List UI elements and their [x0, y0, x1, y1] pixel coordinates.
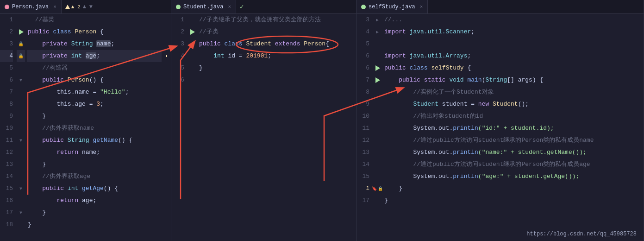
ln-3: 3 — [0, 38, 13, 50]
student-code-lines: 1 2 3 4 5 6 — [171, 14, 356, 241]
student-run-icon[interactable] — [189, 29, 195, 35]
watermark: https://blog.csdn.net/qq_45985728 — [526, 231, 637, 237]
ln-11: 11 — [0, 134, 13, 146]
gc-1 — [17, 14, 25, 26]
selfstudy-tab-bar: selfStudy.java × — [356, 0, 644, 14]
sscl-4: import java.util.Scanner; — [383, 26, 644, 38]
gc-8 — [17, 98, 25, 110]
fold-icon-11: ▼ — [19, 138, 22, 143]
svg-marker-1 — [190, 29, 195, 35]
run-icon[interactable] — [18, 29, 24, 35]
cl-18: } — [27, 219, 162, 231]
fold-icon-s4: ▶ — [376, 29, 379, 35]
gc-9 — [17, 110, 25, 122]
nav-up[interactable]: ▲ — [82, 4, 87, 10]
person-file-icon — [5, 5, 9, 9]
ssgc-17 — [373, 195, 381, 207]
bookmark-icon: 🔖 — [372, 186, 377, 191]
cls-person: Person — [75, 28, 96, 35]
scl-2: //子类 — [198, 26, 356, 38]
ssln-14: 14 — [356, 159, 369, 171]
student-file-icon — [176, 5, 181, 9]
ssgc-5 — [373, 38, 381, 50]
person-tab-close[interactable]: × — [53, 4, 56, 10]
panel-person: Person.java × ▲ 2 ▲ ▼ 1 2 3 4 — [0, 0, 171, 241]
sscl-6b: public class selfStudy { — [383, 62, 644, 74]
sln-5: 5 — [171, 62, 184, 74]
ssln-8: 8 — [356, 86, 369, 98]
scroll-marker — [166, 55, 167, 57]
sscl-16: } — [383, 183, 644, 195]
scl-3: public class Student extends Person{ — [198, 38, 356, 50]
ss-run-icon[interactable] — [374, 65, 381, 71]
warning-count: ▲ 2 — [71, 4, 81, 10]
fold-icon-15: ▼ — [19, 186, 22, 191]
person-code-content: //基类 public class Person { private Strin… — [25, 14, 162, 241]
ssgc-10 — [373, 110, 381, 122]
ssgc-16: 🔖 🔒 — [373, 183, 381, 195]
sscl-5 — [383, 38, 644, 50]
student-tab[interactable]: Student.java × — [171, 0, 236, 13]
cl-17: } — [27, 207, 162, 219]
student-tab-bar: Student.java × ✓ — [171, 0, 356, 14]
panel-student: Student.java × ✓ 1 2 3 4 5 6 — [171, 0, 356, 241]
person-tab-label: Person.java — [12, 4, 49, 10]
person-gutter: 🔒 🔒 ▼ ▼ ▼ ▼ — [17, 14, 25, 241]
cl-13: } — [27, 159, 162, 171]
person-tab-bar: Person.java × ▲ 2 ▲ ▼ — [0, 0, 171, 14]
ssln-3: 3 — [356, 14, 369, 26]
selfstudy-line-numbers: 3 4 5 6 6 7 8 9 10 11 12 13 14 15 — [356, 14, 373, 241]
sgc-2[interactable] — [188, 26, 196, 38]
ln-18: 18 — [0, 219, 13, 231]
fold-icon-17: ▼ — [19, 210, 22, 216]
sgc-6 — [188, 74, 196, 86]
person-scrollgutter — [162, 14, 171, 241]
nav-down[interactable]: ▼ — [88, 4, 94, 10]
sscl-15: System.out.println("age:" + student.getA… — [383, 171, 644, 183]
gc-2[interactable] — [17, 26, 25, 38]
student-tab-close[interactable]: × — [228, 4, 231, 10]
ssgc-6b[interactable] — [373, 62, 381, 74]
student-gutter — [188, 14, 196, 241]
person-code-lines: 1 2 3 4 5 6 7 8 9 10 11 12 13 14 — [0, 14, 171, 241]
ssgc-14 — [373, 159, 381, 171]
person-tab[interactable]: Person.java × — [0, 0, 62, 13]
ss-run-icon2[interactable] — [374, 77, 381, 83]
cl-5: //构造器 — [27, 62, 162, 74]
panels-row: Person.java × ▲ 2 ▲ ▼ 1 2 3 4 — [0, 0, 644, 241]
gc-15: ▼ — [17, 183, 25, 195]
ssln-11: 11 — [356, 122, 369, 134]
gc-4: 🔒 — [17, 50, 25, 62]
sscl-12: //通过public方法访问student继承的Person类的私有成员name — [383, 134, 644, 146]
ssln-7: 7 — [356, 74, 369, 86]
sscl-13: System.out.println("name:" + student.get… — [383, 146, 644, 159]
selfstudy-tab-close[interactable]: × — [420, 4, 423, 10]
selfstudy-gutter: ▶ ▶ — [373, 14, 381, 241]
lock-icon-3: 🔒 — [18, 41, 24, 47]
rg-4 — [162, 50, 171, 62]
cl-12: return name; — [27, 146, 162, 159]
gc-14 — [17, 171, 25, 183]
svg-marker-3 — [375, 77, 380, 83]
cl-8: this.age = 3; — [27, 98, 162, 110]
sscl-11: System.out.println("id:" + student.id); — [383, 122, 644, 134]
cl-4: private int age; — [27, 50, 162, 62]
gc-5 — [17, 62, 25, 74]
ssgc-4: ▶ — [373, 26, 381, 38]
gc-12 — [17, 146, 25, 159]
student-code-area: 1 2 3 4 5 6 — [171, 14, 356, 241]
gc-18 — [17, 219, 25, 231]
sscl-8: //实例化了一个Student对象 — [383, 86, 644, 98]
sln-1: 1 — [171, 14, 184, 26]
gc-3: 🔒 — [17, 38, 25, 50]
selfstudy-tab[interactable]: selfStudy.java × — [356, 0, 428, 13]
gc-16 — [17, 195, 25, 207]
ssln-17: 17 — [356, 195, 369, 207]
ssgc-7[interactable] — [373, 74, 381, 86]
ln-10: 10 — [0, 122, 13, 134]
sscl-10: //输出对象student的id — [383, 110, 644, 122]
panel-selfstudy: selfStudy.java × 3 4 5 6 6 7 8 9 10 — [356, 0, 644, 241]
sscl-17: } — [383, 195, 644, 207]
selfstudy-code-lines: 3 4 5 6 6 7 8 9 10 11 12 13 14 15 — [356, 14, 644, 241]
cl-16: return age; — [27, 195, 162, 207]
